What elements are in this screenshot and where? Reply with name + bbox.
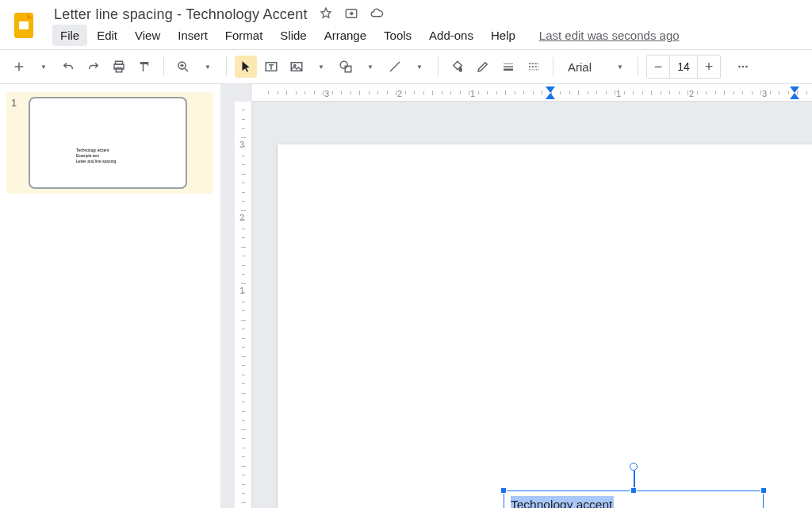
font-size-value[interactable]: 14 — [669, 56, 698, 78]
selected-textbox[interactable]: Technology accent Example text Letter an… — [504, 490, 764, 508]
font-family-select[interactable]: Arial ▼ — [561, 57, 630, 77]
slide-panel: 1 Technology accent Example text Letter … — [0, 84, 220, 508]
font-size-control: − 14 + — [646, 55, 721, 79]
border-weight-button[interactable] — [497, 56, 519, 78]
line-tool[interactable] — [384, 56, 406, 78]
paint-format-button[interactable] — [133, 56, 155, 78]
rotate-connector — [634, 471, 635, 488]
slide-number: 1 — [11, 97, 22, 189]
undo-button[interactable] — [57, 56, 79, 78]
font-size-decrease[interactable]: − — [647, 56, 669, 78]
svg-point-13 — [742, 66, 745, 68]
rotate-handle[interactable] — [630, 463, 638, 471]
slide-canvas[interactable]: Technology accent Example text Letter an… — [278, 144, 812, 508]
vertical-scrollbar[interactable] — [801, 102, 812, 508]
image-dropdown[interactable]: ▼ — [309, 56, 331, 78]
font-family-label: Arial — [568, 60, 592, 74]
cloud-icon[interactable] — [370, 6, 384, 23]
menu-view[interactable]: View — [127, 25, 168, 46]
redo-button[interactable] — [82, 56, 105, 78]
text-line: Technology accent — [511, 496, 614, 508]
resize-handle-ne[interactable] — [760, 487, 767, 494]
slides-logo[interactable] — [10, 10, 41, 41]
last-edit-link[interactable]: Last edit was seconds ago — [539, 29, 680, 42]
border-dash-button[interactable] — [523, 56, 545, 78]
border-color-button[interactable] — [472, 56, 494, 78]
textbox-tool[interactable] — [260, 56, 282, 78]
image-tool[interactable] — [285, 56, 308, 78]
more-tools-button[interactable] — [732, 56, 754, 78]
menu-addons[interactable]: Add-ons — [421, 25, 481, 46]
shape-tool[interactable] — [335, 56, 357, 78]
toolbar: ▼ ▼ ▼ ▼ ▼ Arial ▼ − 14 + — [0, 49, 812, 84]
menu-help[interactable]: Help — [483, 25, 523, 46]
thumb-preview-text: Technology accent Example text Letter an… — [76, 148, 116, 164]
svg-rect-11 — [345, 66, 351, 72]
slide-thumbnail[interactable]: 1 Technology accent Example text Letter … — [6, 92, 213, 194]
menu-format[interactable]: Format — [217, 25, 271, 46]
menu-file[interactable]: File — [52, 25, 87, 46]
vertical-ruler[interactable]: 321 — [235, 102, 252, 508]
select-tool[interactable] — [235, 56, 257, 78]
canvas[interactable]: 3211234 321 Technol — [220, 84, 812, 508]
fill-color-button[interactable] — [446, 56, 469, 78]
new-slide-dropdown[interactable]: ▼ — [32, 56, 54, 78]
font-size-increase[interactable]: + — [698, 56, 720, 78]
menu-edit[interactable]: Edit — [89, 25, 125, 46]
menu-arrange[interactable]: Arrange — [316, 25, 374, 46]
star-icon[interactable] — [319, 6, 333, 23]
svg-point-12 — [738, 66, 741, 68]
horizontal-ruler[interactable]: 3211234 — [252, 84, 812, 102]
line-dropdown[interactable]: ▼ — [408, 56, 430, 78]
move-icon[interactable] — [344, 6, 358, 23]
resize-handle-n[interactable] — [630, 487, 637, 494]
menu-slide[interactable]: Slide — [272, 25, 314, 46]
new-slide-button[interactable] — [8, 56, 30, 78]
menu-insert[interactable]: Insert — [170, 25, 216, 46]
resize-handle-nw[interactable] — [500, 487, 507, 494]
zoom-dropdown[interactable]: ▼ — [196, 56, 218, 78]
menu-tools[interactable]: Tools — [376, 25, 419, 46]
shape-dropdown[interactable]: ▼ — [358, 56, 381, 78]
zoom-button[interactable] — [172, 56, 194, 78]
svg-point-14 — [745, 66, 748, 68]
svg-point-10 — [340, 61, 347, 68]
menubar: File Edit View Insert Format Slide Arran… — [51, 23, 799, 46]
print-button[interactable] — [108, 56, 130, 78]
svg-rect-1 — [19, 21, 29, 29]
textbox-content[interactable]: Technology accent Example text Letter an… — [504, 491, 763, 508]
doc-title[interactable]: Letter line spacing - Technology Accent — [54, 6, 308, 23]
